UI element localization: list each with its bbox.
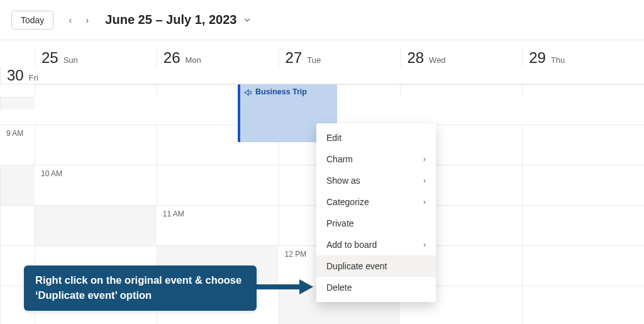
menu-edit[interactable]: Edit — [316, 127, 436, 148]
day-abbrev: Fri — [29, 73, 38, 82]
instruction-text: Right click on the original event & choo… — [35, 274, 242, 301]
calendar-body: 9 AM 10 AM 11 AM 12 PM 1 PM — [0, 84, 644, 324]
day-column-header[interactable]: 25 Sun — [35, 49, 157, 67]
instruction-callout: Right click on the original event & choo… — [24, 265, 257, 311]
hour-label: 9 AM — [0, 125, 35, 165]
hour-label: 11 AM — [157, 205, 279, 245]
time-slot[interactable] — [35, 125, 157, 165]
day-number: 27 — [286, 49, 303, 67]
menu-categorize[interactable]: Categorize › — [316, 191, 436, 213]
chevron-right-icon: › — [423, 198, 426, 206]
gutter — [0, 49, 35, 67]
day-abbrev: Wed — [429, 55, 446, 65]
time-slot[interactable] — [157, 165, 279, 205]
next-week-button[interactable]: › — [86, 14, 89, 25]
pointer-arrow-icon — [257, 278, 313, 296]
day-column-header[interactable]: 28 Wed — [400, 49, 522, 67]
menu-delete[interactable]: Delete — [316, 277, 436, 298]
day-number: 29 — [529, 49, 546, 67]
airplane-icon — [244, 87, 253, 96]
menu-add-to-board[interactable]: Add to board › — [316, 234, 436, 255]
day-abbrev: Sun — [64, 55, 78, 65]
nav-arrows: ‹ › — [69, 14, 89, 25]
day-abbrev: Mon — [186, 55, 201, 65]
time-slot[interactable] — [400, 84, 522, 97]
day-abbrev: Tue — [307, 55, 321, 65]
hour-label: 10 AM — [35, 165, 157, 205]
time-slot[interactable] — [0, 97, 35, 109]
prev-week-button[interactable]: ‹ — [69, 14, 72, 25]
chevron-right-icon: › — [423, 176, 426, 185]
svg-marker-1 — [299, 279, 313, 294]
day-abbrev: Thu — [551, 55, 565, 65]
time-slot[interactable] — [522, 245, 644, 286]
date-range-picker[interactable]: June 25 – July 1, 2023 — [105, 13, 252, 27]
day-header-row: 25 Sun 26 Mon 27 Tue 28 Wed 29 Thu 30 Fr… — [0, 40, 644, 84]
time-slot[interactable] — [35, 205, 157, 245]
time-slot[interactable] — [522, 286, 644, 324]
menu-private[interactable]: Private — [316, 213, 436, 234]
calendar-toolbar: Today ‹ › June 25 – July 1, 2023 — [0, 0, 644, 40]
time-slot[interactable] — [35, 84, 157, 97]
event-context-menu: Edit Charm › Show as › Categorize › Priv… — [316, 123, 436, 302]
time-slot[interactable] — [522, 205, 644, 245]
menu-show-as[interactable]: Show as › — [316, 170, 436, 191]
chevron-right-icon: › — [423, 240, 426, 249]
day-number: 25 — [42, 49, 58, 67]
date-range-label: June 25 – July 1, 2023 — [105, 13, 236, 27]
time-slot[interactable] — [522, 125, 644, 165]
day-number: 28 — [407, 49, 424, 67]
time-slot[interactable] — [522, 165, 644, 205]
chevron-down-icon — [243, 16, 252, 25]
time-slot[interactable] — [522, 84, 644, 97]
menu-duplicate-event[interactable]: Duplicate event — [316, 255, 436, 277]
day-number: 30 — [7, 67, 24, 84]
day-column-header[interactable]: 27 Tue — [279, 49, 401, 67]
day-number: 26 — [164, 49, 180, 67]
day-column-header[interactable]: 30 Fri — [0, 67, 35, 84]
event-title: Business Trip — [255, 87, 307, 96]
chevron-right-icon: › — [423, 155, 426, 164]
time-slot[interactable] — [0, 205, 35, 245]
today-button[interactable]: Today — [11, 11, 53, 30]
day-column-header[interactable]: 26 Mon — [157, 49, 279, 67]
menu-charm[interactable]: Charm › — [316, 148, 436, 170]
time-slot[interactable] — [0, 165, 35, 205]
day-column-header[interactable]: 29 Thu — [522, 49, 644, 67]
